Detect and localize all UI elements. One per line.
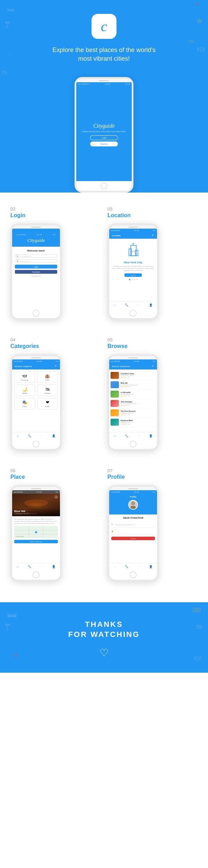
categories-search-icon[interactable]: 🔍 — [55, 365, 57, 367]
categories-home-button[interactable] — [33, 441, 40, 448]
login-facebook-btn[interactable]: Facebook — [15, 270, 57, 274]
place-nav-home[interactable]: ⌂ — [17, 565, 18, 568]
hero-speaker-bar — [76, 79, 132, 82]
login-home-button[interactable] — [33, 310, 40, 317]
login-email-placeholder: Your email address — [19, 255, 31, 257]
browse-phone-wrapper: ●●● VERIZON 6:25 PM 72% Browse restauran… — [107, 354, 159, 451]
browse-stars-jeangeorges: ★★★★★ 3 — [121, 405, 156, 406]
place-reserve-btn[interactable]: Reserve a table now — [14, 540, 58, 543]
cat-time: 6:25 PM — [37, 360, 42, 362]
svg-rect-2 — [136, 250, 138, 256]
place-bottom-nav: ⌂ 🔍 ♡ 👤 — [12, 563, 60, 570]
login-password-input[interactable]: Your password — [15, 259, 57, 263]
categories-phone-body: ●●● VERIZON 6:25 PM 72% Browse categorie… — [10, 354, 62, 451]
svg-rect-6 — [134, 251, 135, 252]
location-search-icon[interactable]: 🔍 — [152, 234, 154, 237]
footer-deco-2: 🍸 — [3, 623, 11, 631]
deco-icon-bed: 🛏 — [7, 5, 15, 14]
footer-thanks: THANKS FOR WATCHING — [68, 620, 140, 639]
nav-user[interactable]: 👤 — [149, 304, 153, 307]
profile-screen-inner: ●●● VERIZON 6:25 PM 72% Profile — [109, 490, 157, 570]
hero-register-btn[interactable]: Register — [90, 142, 118, 146]
cat-item-culture[interactable]: 🎭 Culture — [14, 398, 35, 409]
profile-bottom-nav: ⌂ 🔍 ♡ 👤 — [109, 563, 157, 570]
categories-grid: 🍽 Restaurants 🏨 Hotels 🌙 — [14, 372, 58, 409]
cat-network: ●●● VERIZON — [14, 360, 23, 362]
location-home-button[interactable] — [130, 310, 137, 317]
section-categories: 04 Categories ●●● VERIZON 6:25 PM — [10, 337, 101, 451]
location-number: 03 — [107, 206, 112, 212]
browse-home-button[interactable] — [130, 441, 137, 448]
cat-nav-user[interactable]: 👤 — [52, 434, 55, 437]
cat-item-hotels[interactable]: 🏨 Hotels — [37, 372, 58, 383]
login-login-btn[interactable]: Login — [15, 265, 57, 269]
browse-nav-user[interactable]: 👤 — [149, 434, 153, 437]
place-screen: ●●● VERIZON 6:25 PM 72% — [12, 490, 60, 570]
browse-item-lebernadin[interactable]: Le Bernadin ▲ Restaurants, NYC ★★★★☆ (5) — [111, 390, 156, 399]
cat-item-nightlife[interactable]: 🌙 Nightlife — [14, 385, 35, 396]
login-forgot-link[interactable]: Forgot password? — [31, 275, 42, 277]
browse-item-jeangeorges[interactable]: Jean-Georges ▲ Central Park West NYC ★★★… — [111, 399, 156, 408]
hero-home-button[interactable] — [101, 182, 107, 189]
app-icon-letter: c — [101, 18, 107, 35]
cat-item-restaurants[interactable]: 🍽 Restaurants — [14, 372, 35, 383]
place-nav-user[interactable]: 👤 — [52, 565, 55, 568]
browse-bottom-nav: ⌂ 🔍 ♡ 👤 — [109, 432, 157, 439]
profile-email-icon: ✉ — [111, 523, 114, 526]
login-blue-header: ●●● VERIZON 6:25 PM 72% Cityguide — [12, 229, 60, 247]
cat-nav-home[interactable]: ⌂ — [17, 434, 18, 437]
profile-nav-heart[interactable]: ♡ — [137, 565, 140, 568]
browse-thumb-fourseasons — [111, 409, 119, 416]
cat-name-hotels: Hotels — [45, 379, 49, 381]
browse-nav-search[interactable]: 🔍 — [125, 434, 128, 437]
hero-login-btn[interactable]: Login — [90, 135, 118, 140]
login-email-input[interactable]: Your email address — [15, 254, 57, 258]
categories-header: Browse categories 🔍 — [12, 363, 60, 369]
profile-nav-user[interactable]: 👤 — [149, 565, 153, 568]
cat-icon-shopping: 🛍 — [45, 387, 50, 392]
browse-thumb-bluehill — [111, 381, 119, 388]
nav-heart[interactable]: ♡ — [137, 304, 140, 307]
place-speaker-line — [31, 488, 41, 489]
profile-home-button[interactable] — [130, 571, 137, 578]
place-battery: 72% — [55, 491, 58, 493]
row-categories-browse: 04 Categories ●●● VERIZON 6:25 PM — [10, 337, 198, 451]
browse-time: 6:25 PM — [134, 360, 139, 362]
profile-header: Profile — [109, 494, 157, 514]
browse-nav-heart[interactable]: ♡ — [137, 434, 140, 437]
profile-battery: 72% — [153, 491, 155, 493]
place-nav-search[interactable]: 🔍 — [28, 565, 31, 568]
browse-item-bluehill[interactable]: Blue Hill ▲ Washington Square NYC ★★★★★ … — [111, 380, 156, 390]
svg-rect-5 — [132, 251, 133, 252]
browse-nav-home[interactable]: ⌂ — [114, 434, 115, 437]
browse-search-icon[interactable]: 🔍 — [152, 365, 154, 367]
browse-item-estatorio[interactable]: Estatorio Milos ▲ Midtown NYC ★★★★☆ (4) — [111, 418, 156, 427]
login-number: 02 — [10, 206, 15, 212]
browse-info-estatorio: Estatorio Milos ▲ Midtown NYC ★★★★☆ (4) — [121, 419, 156, 425]
profile-nav-home[interactable]: ⌂ — [114, 565, 115, 568]
location-choose-btn[interactable]: Choose — [124, 273, 142, 277]
sections-grid: 02 Login ●●● VERIZON 6:25 PM — [0, 193, 208, 602]
map-label: © OpenStreetMap — [15, 536, 24, 537]
cat-nav-heart[interactable]: ♡ — [40, 434, 43, 437]
hero-status-network: ●●●○ VERIZON ▼ — [78, 83, 90, 85]
deco-icon-star: ⭐ — [196, 17, 203, 24]
place-home-button[interactable] — [33, 571, 40, 578]
hero-cityguide-title: Cityguide — [93, 123, 115, 129]
browse-screen-inner: ●●● VERIZON 6:25 PM 72% Browse restauran… — [109, 359, 157, 439]
login-body: Welcome back! Your email address Your pa… — [12, 247, 60, 308]
profile-nav-search[interactable]: 🔍 — [125, 565, 128, 568]
nav-search[interactable]: 🔍 — [125, 304, 128, 307]
cat-item-popular[interactable]: ❤ Popular — [37, 398, 58, 409]
nav-home[interactable]: ⌂ — [114, 304, 115, 307]
login-email-icon — [17, 255, 18, 257]
place-nav-heart[interactable]: ♡ — [40, 565, 43, 568]
cat-nav-search[interactable]: 🔍 — [28, 434, 31, 437]
svg-point-7 — [128, 256, 138, 257]
login-screen-inner: ●●● VERIZON 6:25 PM 72% Cityguide Welcom… — [12, 229, 60, 308]
location-building-icon — [124, 241, 142, 259]
profile-logout-btn[interactable]: Log Out — [111, 537, 155, 540]
browse-item-cranberry[interactable]: Cranberry Team ▲ Restaurants NYC ★★★★☆ (… — [111, 371, 156, 380]
cat-item-shopping[interactable]: 🛍 Shopping — [37, 385, 58, 396]
browse-item-fourseasons[interactable]: The Four Seasons ▲ Midtown New York ★★★★… — [111, 408, 156, 418]
